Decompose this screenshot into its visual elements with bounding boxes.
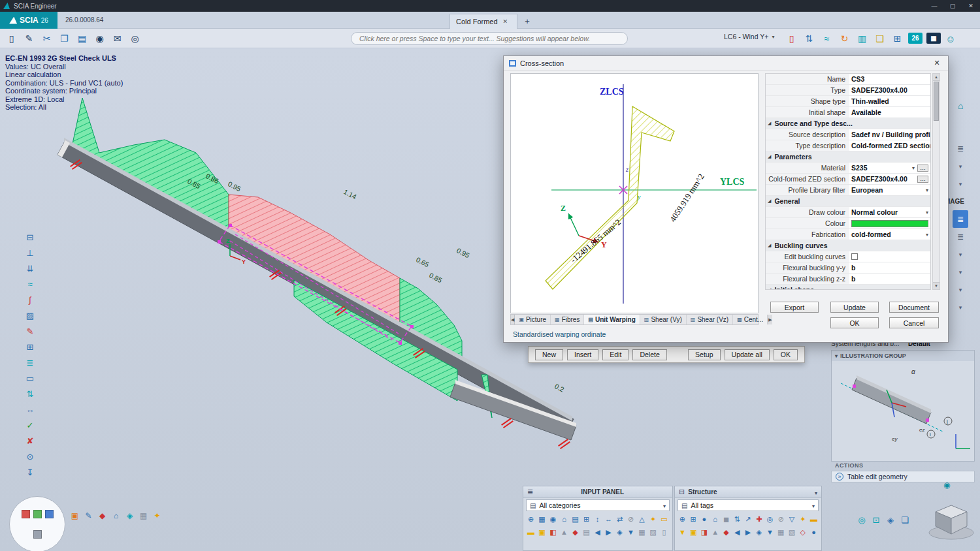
visibility-eye-icon[interactable]: ◉ — [943, 480, 950, 490]
property-value[interactable]: Available — [849, 107, 930, 118]
property-row[interactable]: Fabrication cold-formed — [766, 229, 930, 240]
eye-icon[interactable]: ◉ — [91, 30, 108, 47]
property-value[interactable]: European — [849, 185, 930, 195]
star-small-icon[interactable]: ✦ — [150, 509, 164, 522]
close-button[interactable]: ✕ — [962, 0, 980, 12]
tab-scroll-right-icon[interactable] — [768, 315, 772, 324]
manager-button[interactable]: Delete — [632, 349, 666, 360]
delete-results-icon[interactable]: ✘ — [22, 433, 39, 449]
tab-cold-formed[interactable]: Cold Formed ✕ — [449, 14, 517, 29]
property-row[interactable]: Cold-formed ZED section SADEFZ300x4.00 — [766, 174, 930, 185]
checkbox[interactable] — [851, 253, 858, 260]
group-expand-icon[interactable] — [768, 154, 771, 159]
grid-small-icon[interactable]: ▦ — [137, 509, 150, 522]
red-cube-icon[interactable] — [22, 510, 30, 518]
mail-icon[interactable]: ✉ — [108, 30, 126, 47]
ok-button[interactable]: OK — [830, 317, 879, 328]
visibility-icon[interactable]: ◈ — [883, 513, 898, 526]
sphere-icon[interactable]: ● — [699, 513, 710, 525]
illustration-group-header[interactable]: ILLUSTRATION GROUP — [832, 351, 974, 361]
code-badge[interactable]: ▦ — [926, 33, 941, 44]
roof-icon[interactable]: ▲ — [559, 526, 570, 538]
property-value[interactable]: Normal colour — [849, 207, 930, 217]
swap-icon[interactable]: ⇄ — [614, 513, 625, 525]
new-tab-button[interactable]: + — [521, 15, 533, 27]
picture-tab[interactable]: ▩ Cent... — [733, 315, 768, 324]
right2-icon[interactable]: ▶ — [743, 526, 754, 538]
deck-icon[interactable]: ▤ — [581, 526, 592, 538]
property-row[interactable]: Name CS3 — [766, 74, 930, 85]
collapse-chevron-icon[interactable] — [835, 353, 838, 359]
scroll-down-icon[interactable]: ▼ — [933, 282, 939, 289]
panel-menu-icon[interactable]: ≣ — [527, 488, 533, 496]
frame-icon[interactable]: ⊞ — [581, 513, 592, 525]
clipboard-icon[interactable]: ▯ — [783, 30, 800, 47]
property-value[interactable]: SADEFZ300x4.00 — [849, 85, 930, 95]
chevron-down-icon[interactable] — [912, 165, 915, 171]
check-results-icon[interactable]: ✓ — [22, 417, 39, 433]
circle-icon[interactable]: ◉ — [547, 513, 559, 525]
property-row[interactable]: Type description Cold-formed ZED section — [766, 140, 930, 151]
property-value[interactable]: cold-formed — [849, 229, 930, 240]
user-account-icon[interactable]: ☺ — [943, 30, 958, 47]
blue-cube-icon[interactable] — [45, 510, 54, 518]
property-row[interactable]: Flexural buckling z-z b — [766, 274, 930, 285]
ellipsis-button[interactable] — [917, 165, 928, 172]
cross-section-picture[interactable]: ZLCS YLCS z y Z Y -12491.865 mm^2 4059.9… — [510, 73, 759, 313]
updown-icon[interactable]: ⇅ — [732, 513, 743, 525]
property-value[interactable]: S235 — [849, 163, 930, 173]
zoom-info-icon[interactable]: ◎ — [126, 30, 144, 47]
manager-button[interactable]: Setup — [688, 349, 720, 360]
picture-tab[interactable]: ▥ Shear (Vy) — [640, 315, 687, 324]
horizontal-dim-icon[interactable]: ↔ — [603, 513, 614, 525]
layers-icon[interactable]: ❏ — [898, 513, 912, 526]
cross-icon[interactable]: ✚ — [753, 513, 764, 525]
manager-button[interactable]: Update all — [725, 349, 770, 360]
support-icon[interactable]: ▬ — [525, 526, 536, 538]
navigation-cube[interactable] — [925, 492, 977, 544]
property-row[interactable]: Material S235 — [766, 163, 930, 174]
beam-web[interactable] — [57, 140, 574, 433]
property-row[interactable]: Source description Sadef nv / Building p… — [766, 129, 930, 140]
scissors-icon[interactable]: ✂ — [38, 30, 56, 47]
node-icon[interactable]: ⊕ — [525, 513, 536, 525]
hatch-icon[interactable]: ▨ — [647, 526, 659, 538]
property-value[interactable]: SADEFZ300x4.00 — [849, 174, 930, 184]
dialog-close-button[interactable]: ✕ — [931, 59, 943, 67]
new-document-icon[interactable]: ▯ — [3, 30, 20, 47]
vertical-dim-icon[interactable]: ↕ — [592, 513, 603, 525]
chevron-down-icon[interactable] — [926, 187, 928, 193]
ellipsis-button[interactable] — [917, 176, 928, 183]
gallery-icon[interactable]: ▤ — [73, 30, 91, 47]
picture-tab[interactable]: ▤ Unit Warping — [584, 315, 640, 324]
gem2-icon[interactable]: ◈ — [753, 526, 764, 538]
slash-icon[interactable]: ⊘ — [776, 513, 787, 525]
mesh2-icon[interactable]: ▦ — [776, 526, 787, 538]
label-icon[interactable]: ▭ — [22, 370, 39, 386]
half-fill-icon[interactable]: ◧ — [547, 526, 559, 538]
property-value[interactable]: b — [849, 262, 930, 273]
axis-icon[interactable]: ⇅ — [22, 386, 39, 401]
manager-button[interactable]: Insert — [567, 349, 598, 360]
wedge-icon[interactable]: ▼ — [677, 526, 688, 538]
chevron-down-icon[interactable] — [926, 210, 928, 215]
zoom-icon[interactable]: ◎ — [855, 513, 869, 526]
mesh-icon[interactable]: ▦ — [636, 526, 647, 538]
group-expand-icon[interactable] — [768, 198, 771, 204]
group-expand-icon[interactable] — [768, 121, 771, 126]
hatch-display-icon[interactable]: ▨ — [22, 307, 39, 323]
input-panel-header[interactable]: ≣ INPUT PANEL — [523, 486, 672, 498]
property-row[interactable]: Flexural buckling y-y b — [766, 262, 930, 274]
property-row[interactable]: Type SADEFZ300x4.00 — [766, 85, 930, 96]
pad2-icon[interactable]: ▣ — [688, 526, 699, 538]
property-row[interactable]: Buckling curves — [766, 240, 930, 251]
export-button[interactable]: Export — [770, 302, 819, 313]
grid-icon[interactable]: ▦ — [536, 513, 547, 525]
load-case-selector[interactable]: LC6 - Wind Y+ ▾ — [724, 33, 774, 40]
move-axes-icon[interactable]: ⇅ — [800, 30, 818, 47]
manager-button[interactable]: Edit — [602, 349, 629, 360]
grid3d-icon[interactable]: ⊞ — [688, 513, 699, 525]
roof2-icon[interactable]: ▲ — [710, 526, 721, 538]
table-edit-geometry-action[interactable]: Table edit geometry — [831, 471, 975, 482]
refresh-icon[interactable]: ↻ — [836, 30, 853, 47]
